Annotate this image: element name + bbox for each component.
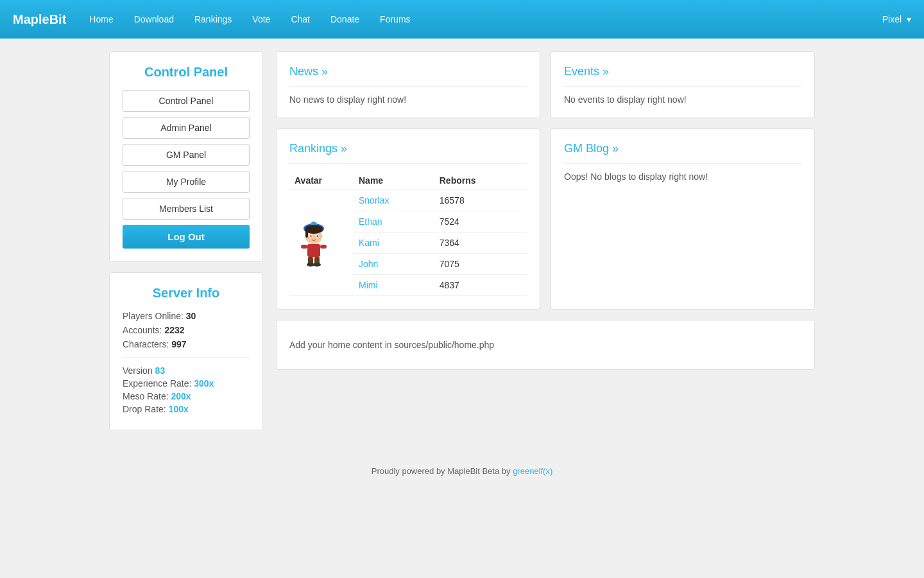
characters-value: 997 [171,339,186,349]
col-reborns: Reborns [434,171,527,190]
drop-rate-value: 100x [169,404,189,414]
footer-link[interactable]: greenelf(x) [513,466,552,476]
news-no-content: No news to display right now! [289,94,527,105]
svg-rect-8 [305,230,308,238]
gm-blog-divider [564,163,801,164]
svg-point-15 [313,263,321,267]
sidebar: Control Panel Control Panel Admin Panel … [109,51,263,441]
bottom-sections: Rankings » Avatar Name Reborns [276,128,815,310]
exp-rate-value: 300x [194,378,214,389]
control-panel-title: Control Panel [123,65,250,80]
player-name-2[interactable]: Ethan [359,216,382,227]
svg-point-5 [310,235,311,236]
accounts-row: Accounts: 2232 [123,325,250,335]
accounts-value: 2232 [164,325,184,335]
caret-down-icon: ▾ [907,14,911,24]
col-avatar: Avatar [289,171,354,190]
events-no-content: No events to display right now! [564,94,801,105]
exp-rate-row: Experience Rate: 300x [123,378,250,389]
characters-row: Characters: 997 [123,339,250,349]
svg-rect-11 [320,245,327,249]
nav-item-home[interactable]: Home [79,0,123,39]
svg-rect-10 [301,245,307,249]
nav-item-rankings[interactable]: Rankings [184,0,242,39]
gm-blog-title[interactable]: GM Blog » [564,142,801,155]
nav-item-donate[interactable]: Donate [320,0,370,39]
server-info-title: Server Info [123,286,250,301]
nav-item-vote[interactable]: Vote [242,0,280,39]
admin-panel-button[interactable]: Admin Panel [123,117,250,139]
members-list-button[interactable]: Members List [123,198,250,220]
my-profile-button[interactable]: My Profile [123,171,250,193]
logout-button[interactable]: Log Out [123,225,250,249]
nav-item-download[interactable]: Download [124,0,184,39]
drop-rate-row: Drop Rate: 100x [123,404,250,414]
gm-blog-section: GM Blog » Oops! No blogs to display righ… [551,128,815,310]
meso-rate-row: Meso Rate: 200x [123,391,250,401]
rankings-table: Avatar Name Reborns [289,171,527,296]
footer: Proudly powered by MapleBit Beta by gree… [0,453,924,489]
player-reborns-4: 7075 [434,254,527,275]
navbar-brand[interactable]: MapleBit [13,12,66,27]
player-reborns-3: 7364 [434,232,527,254]
events-title[interactable]: Events » [564,65,801,78]
avatar-cell [289,190,354,296]
control-panel-button[interactable]: Control Panel [123,90,250,112]
svg-rect-9 [307,244,320,257]
news-section: News » No news to display right now! [276,51,540,118]
navbar-user[interactable]: Pixel ▾ [880,14,911,24]
footer-text: Proudly powered by MapleBit Beta by [372,466,513,476]
version-row: Version 83 [123,365,250,376]
top-sections: News » No news to display right now! Eve… [276,51,815,118]
server-info-box: Server Info Players Online: 30 Accounts:… [109,272,263,430]
gm-panel-button[interactable]: GM Panel [123,144,250,166]
news-title[interactable]: News » [289,65,527,78]
nav-item-chat[interactable]: Chat [280,0,320,39]
home-note: Add your home content in sources/public/… [289,333,801,356]
news-divider [289,86,527,87]
meso-rate-value: 200x [171,391,191,401]
player-reborns-5: 4837 [434,275,527,296]
events-section: Events » No events to display right now! [551,51,815,118]
server-info-divider [123,357,250,358]
rankings-divider [289,163,527,164]
main-wrapper: Control Panel Control Panel Admin Panel … [109,51,815,441]
main-content: News » No news to display right now! Eve… [276,51,815,441]
player-name-1[interactable]: Snorlax [359,195,389,206]
players-online-value: 30 [186,311,196,321]
col-name: Name [354,171,434,190]
rankings-title[interactable]: Rankings » [289,142,527,155]
navbar: MapleBit Home Download Rankings Vote Cha… [0,0,924,39]
nav-item-forums[interactable]: Forums [370,0,420,39]
table-row: Snorlax 16578 [289,190,527,211]
events-divider [564,86,801,87]
svg-point-6 [316,235,318,236]
avatar-sprite [295,217,333,268]
gm-blog-no-content: Oops! No blogs to display right now! [564,171,801,182]
control-panel-box: Control Panel Control Panel Admin Panel … [109,51,263,262]
navbar-nav: Home Download Rankings Vote Chat Donate … [79,0,879,39]
player-name-5[interactable]: Mimi [359,280,378,290]
players-online-row: Players Online: 30 [123,311,250,321]
home-footer-note: Add your home content in sources/public/… [276,320,815,370]
player-name-3[interactable]: Kami [359,238,379,248]
rankings-section: Rankings » Avatar Name Reborns [276,128,540,310]
player-reborns-1: 16578 [434,190,527,211]
player-reborns-2: 7524 [434,211,527,232]
version-value: 83 [155,365,166,376]
player-name-4[interactable]: John [359,259,378,269]
